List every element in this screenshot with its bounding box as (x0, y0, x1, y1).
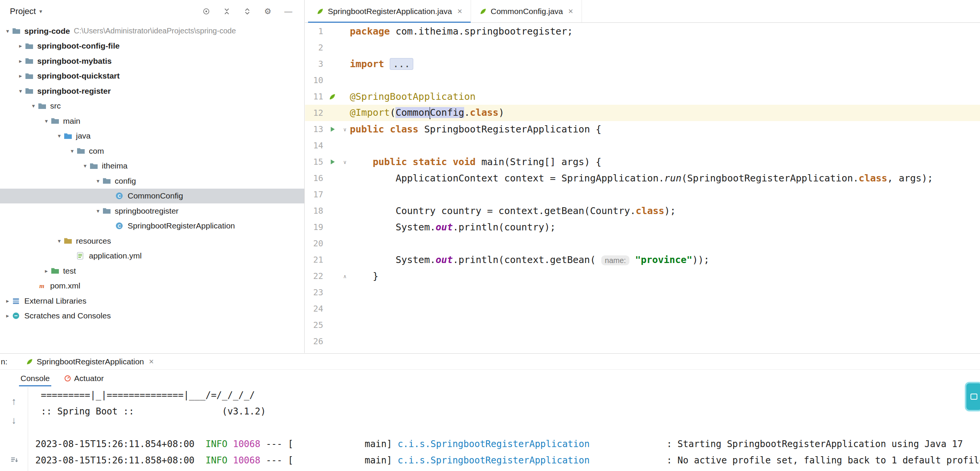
line-number[interactable]: 17 (305, 190, 325, 199)
editor-line-17[interactable]: 17 (305, 186, 980, 203)
project-view-dropdown[interactable]: Project ▾ (10, 6, 42, 16)
chevron-down-icon[interactable]: ▾ (68, 147, 77, 154)
run-config-tab[interactable]: SpringbootRegisterApplication × (22, 357, 158, 366)
close-icon[interactable]: × (457, 6, 462, 16)
run-gutter-icon[interactable] (325, 159, 340, 165)
chevron-right-icon[interactable]: ▸ (3, 298, 12, 304)
editor-line-24[interactable]: 24 (305, 301, 980, 317)
locate-file-icon[interactable] (202, 7, 211, 16)
hide-panel-icon[interactable]: — (284, 7, 293, 16)
editor-line-21[interactable]: 21 System.out.println(context.getBean( n… (305, 252, 980, 268)
tree-item-src[interactable]: ▾src (0, 99, 304, 114)
editor-line-15[interactable]: 15∨ public static void main(String[] arg… (305, 154, 980, 170)
editor-line-12[interactable]: 12@Import(CommonConfig.class) (305, 105, 980, 121)
tree-item-springboot-quickstart[interactable]: ▸springboot-quickstart (0, 69, 304, 84)
line-number[interactable]: 20 (305, 239, 325, 248)
chevron-down-icon[interactable]: ▾ (81, 162, 90, 169)
tree-item-com[interactable]: ▾com (0, 143, 304, 159)
tab-springbootregisterapplication-java[interactable]: SpringbootRegisterApplication.java × (308, 0, 471, 22)
editor-line-19[interactable]: 19 System.out.println(country); (305, 219, 980, 235)
chevron-right-icon[interactable]: ▸ (16, 73, 25, 79)
editor-line-16[interactable]: 16 ApplicationContext context = SpringAp… (305, 170, 980, 186)
editor-line-2[interactable]: 2 (305, 40, 980, 56)
line-number[interactable]: 21 (305, 255, 325, 265)
tree-item-external-libraries[interactable]: ▸External Libraries (0, 293, 304, 309)
chevron-down-icon[interactable]: ▾ (55, 238, 64, 244)
line-number[interactable]: 26 (305, 337, 325, 346)
line-number[interactable]: 14 (305, 141, 325, 150)
chevron-right-icon[interactable]: ▸ (16, 43, 25, 49)
chevron-down-icon[interactable]: ▾ (16, 88, 25, 95)
line-number[interactable]: 10 (305, 76, 325, 85)
chevron-right-icon[interactable]: ▸ (16, 58, 25, 65)
tree-item-springbootregisterapplication[interactable]: CSpringbootRegisterApplication (0, 219, 304, 234)
line-number[interactable]: 16 (305, 173, 325, 183)
spring-bean-icon[interactable] (325, 93, 340, 101)
chevron-down-icon[interactable]: ▾ (29, 103, 38, 109)
line-number[interactable]: 23 (305, 288, 325, 297)
tree-item-test[interactable]: ▸test (0, 263, 304, 279)
settings-gear-icon[interactable]: ⚙ (263, 7, 272, 16)
editor-line-25[interactable]: 25 (305, 317, 980, 333)
line-number[interactable]: 24 (305, 304, 325, 314)
tab-actuator[interactable]: Actuator (59, 370, 109, 386)
tree-item-scratches-and-consoles[interactable]: ▸Scratches and Consoles (0, 309, 304, 324)
tree-item-itheima[interactable]: ▾itheima (0, 159, 304, 174)
editor-line-13[interactable]: 13∨public class SpringbootRegisterApplic… (305, 121, 980, 137)
editor-line-11[interactable]: 11@SpringBootApplication (305, 89, 980, 105)
tree-item-springboot-mybatis[interactable]: ▸springboot-mybatis (0, 54, 304, 69)
tree-item-java[interactable]: ▾java (0, 128, 304, 144)
line-number[interactable]: 2 (305, 43, 325, 52)
editor-line-1[interactable]: 1package com.itheima.springbootregister; (305, 23, 980, 40)
tree-item-config[interactable]: ▾config (0, 173, 304, 189)
editor-line-22[interactable]: 22∧ } (305, 268, 980, 284)
line-number[interactable]: 15 (305, 157, 325, 167)
fold-icon[interactable]: ∨ (340, 159, 350, 165)
chevron-right-icon[interactable]: ▸ (42, 268, 51, 274)
editor-line-26[interactable]: 26 (305, 333, 980, 350)
collapse-all-icon[interactable] (222, 7, 231, 16)
close-icon[interactable]: × (568, 6, 573, 16)
line-number[interactable]: 11 (305, 92, 325, 101)
chevron-down-icon[interactable]: ▾ (3, 28, 12, 35)
close-icon[interactable]: × (149, 357, 154, 366)
line-number[interactable]: 18 (305, 206, 325, 216)
line-number[interactable]: 1 (305, 27, 325, 36)
editor-line-3[interactable]: 3import ... (305, 56, 980, 72)
code-editor[interactable]: 1package com.itheima.springbootregister;… (305, 23, 980, 353)
editor-line-20[interactable]: 20 (305, 235, 980, 252)
chevron-down-icon[interactable]: ▾ (42, 118, 51, 124)
editor-line-18[interactable]: 18 Country country = context.getBean(Cou… (305, 203, 980, 219)
up-arrow-icon[interactable]: ↑ (9, 396, 19, 406)
expand-all-icon[interactable] (243, 7, 252, 16)
tree-item-commonconfig[interactable]: CCommonConfig (0, 189, 304, 204)
tree-item-main[interactable]: ▾main (0, 114, 304, 128)
soft-wrap-icon[interactable] (9, 455, 19, 465)
down-arrow-icon[interactable]: ↓ (9, 415, 19, 425)
tab-console[interactable]: Console (15, 370, 55, 386)
screen-capture-overlay-button[interactable] (965, 382, 980, 411)
fold-icon[interactable]: ∧ (340, 273, 350, 279)
line-number[interactable]: 22 (305, 271, 325, 281)
fold-icon[interactable]: ∨ (340, 126, 350, 132)
line-number[interactable]: 25 (305, 320, 325, 330)
chevron-down-icon[interactable]: ▾ (55, 132, 64, 139)
line-number[interactable]: 13 (305, 124, 325, 134)
tree-item-spring-code[interactable]: ▾spring-codeC:\Users\Administrator\ideaP… (0, 24, 304, 39)
chevron-down-icon[interactable]: ▾ (94, 178, 103, 184)
editor-line-10[interactable]: 10 (305, 72, 980, 89)
tree-item-resources[interactable]: ▾resources (0, 233, 304, 249)
tree-item-springboot-register[interactable]: ▾springboot-register (0, 84, 304, 99)
tab-commonconfig-java[interactable]: CommonConfig.java × (471, 0, 582, 22)
editor-line-14[interactable]: 14 (305, 137, 980, 154)
editor-line-23[interactable]: 23 (305, 284, 980, 301)
tree-item-springboot-config-file[interactable]: ▸springboot-config-file (0, 39, 304, 54)
chevron-right-icon[interactable]: ▸ (3, 312, 12, 319)
line-number[interactable]: 12 (305, 108, 325, 118)
tree-item-pom-xml[interactable]: mpom.xml (0, 279, 304, 294)
line-number[interactable]: 19 (305, 222, 325, 232)
tree-item-springbootregister[interactable]: ▾springbootregister (0, 203, 304, 219)
chevron-down-icon[interactable]: ▾ (94, 208, 103, 214)
run-gutter-icon[interactable] (325, 126, 340, 132)
line-number[interactable]: 3 (305, 59, 325, 69)
